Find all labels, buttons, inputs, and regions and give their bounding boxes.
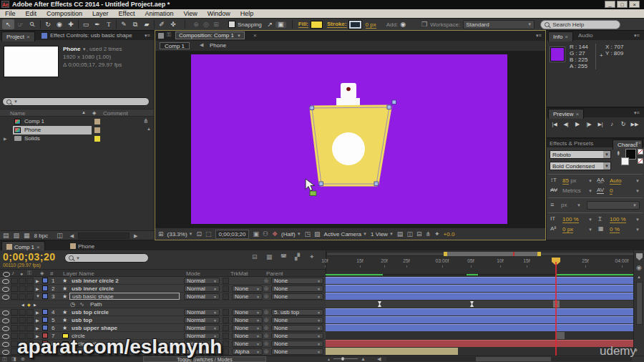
lock-cell[interactable]	[26, 317, 34, 323]
roto-brush-tool[interactable]: ✐	[156, 21, 167, 28]
rotation-tool[interactable]: ↻	[42, 21, 54, 28]
bpc-indicator[interactable]: 8 bpc	[34, 233, 49, 239]
layer-duration-bar[interactable]	[326, 348, 458, 355]
tracking-caret[interactable]: ▼	[635, 189, 640, 193]
trkmat-dropdown[interactable]: None▼	[232, 293, 263, 300]
lock-cell[interactable]	[26, 278, 34, 284]
audio-cell[interactable]	[11, 278, 18, 284]
comp-marker-bin-icon[interactable]	[636, 253, 643, 260]
solo-cell[interactable]	[19, 309, 26, 315]
last-frame-button[interactable]: ▶|	[595, 120, 605, 129]
font-size-caret[interactable]: ▼	[588, 179, 592, 183]
eye-icon[interactable]	[2, 326, 9, 331]
preserve-transparency-cell[interactable]	[223, 278, 229, 284]
magnification-dropdown[interactable]: (33.3%)▼	[167, 231, 193, 238]
panel-menu-icon[interactable]: ▾≡	[634, 110, 640, 116]
label-color-swatch[interactable]	[42, 317, 48, 323]
timeline-layer-row[interactable]: ▼ 3 ★usb basic shape Normal▼ None▼ ◎ Non…	[0, 293, 326, 300]
parent-pickwhip-icon[interactable]: ◎	[264, 293, 268, 299]
tab-effect-controls[interactable]: Effect Controls: usb basic shape	[50, 32, 142, 39]
workspace-dropdown[interactable]: Standard▼	[463, 20, 535, 29]
restore-button[interactable]: □	[617, 1, 628, 8]
lock-cell[interactable]	[26, 325, 34, 331]
parent-dropdown[interactable]: None▼	[271, 325, 323, 331]
timeline-layer-row[interactable]: ▶ 4 ★usb top circle Normal▼ None▼ ◎ 5. u…	[0, 308, 326, 316]
pen-tool[interactable]: ✒	[92, 21, 103, 28]
vertical-scale-caret[interactable]: ▼	[588, 217, 592, 222]
parent-pickwhip-icon[interactable]: ◎	[264, 285, 268, 291]
menu-file[interactable]: File	[0, 10, 21, 17]
expand-arrow-icon[interactable]: ▶	[4, 136, 7, 141]
fast-preview-icon[interactable]: ◫	[406, 231, 413, 238]
tracking-value[interactable]: 0	[610, 187, 613, 195]
preserve-transparency-cell[interactable]	[223, 293, 229, 300]
property-track[interactable]	[326, 300, 633, 308]
expand-properties-icon[interactable]: ◨	[11, 356, 16, 361]
no-stroke-swatch[interactable]	[638, 158, 643, 164]
audio-cell[interactable]	[11, 293, 18, 300]
solo-cell[interactable]	[19, 317, 26, 323]
col-mode[interactable]: Mode	[186, 270, 200, 277]
panel-menu-icon[interactable]: ▾≡	[145, 33, 150, 39]
layer-name[interactable]: usb inner circle 2	[72, 278, 119, 284]
camera-tool[interactable]: ◉	[54, 21, 65, 28]
scroll-up-icon[interactable]: ▲	[637, 275, 641, 279]
eye-icon[interactable]	[2, 342, 9, 347]
parent-dropdown[interactable]: None▼	[271, 285, 323, 292]
panel-menu-icon[interactable]: ▾≡	[635, 140, 641, 146]
font-size-value[interactable]: 85	[562, 177, 569, 185]
menu-view[interactable]: View	[178, 10, 202, 17]
sort-asc-icon[interactable]: ▲	[82, 110, 86, 114]
trkmat-dropdown[interactable]: None▼	[232, 341, 263, 347]
zoom-tool[interactable]: ⚲	[26, 18, 39, 31]
horizontal-scale-caret[interactable]: ▼	[635, 217, 640, 222]
keyframe-diamond-icon[interactable]: ◆	[27, 302, 31, 307]
fill-color-swatch[interactable]	[311, 21, 323, 29]
delete-icon[interactable]: ◫	[57, 233, 63, 239]
trkmat-dropdown[interactable]: None▼	[232, 285, 263, 292]
play-button[interactable]: ▶	[572, 120, 582, 129]
always-preview-icon[interactable]: ⊞	[158, 231, 164, 238]
mode-dropdown[interactable]: Normal▼	[184, 293, 220, 300]
eye-icon[interactable]	[2, 295, 9, 300]
flowchart-icon[interactable]: ⋔	[425, 231, 431, 238]
new-folder-icon[interactable]: ▧	[14, 233, 20, 239]
fill-label[interactable]: Fill:	[298, 21, 308, 28]
eye-icon[interactable]	[2, 318, 9, 323]
expand-arrow-icon[interactable]: ▶	[36, 326, 39, 331]
show-snapshot-icon[interactable]: ⚇	[263, 231, 268, 238]
eyedropper-icon[interactable]: ✒	[615, 151, 621, 157]
tab-audio[interactable]: Audio	[578, 32, 592, 39]
parent-pickwhip-icon[interactable]: ◎	[264, 278, 268, 283]
text-stroke-swatch[interactable]	[621, 157, 629, 165]
parent-dropdown[interactable]: None▼	[271, 348, 323, 355]
label-color-swatch[interactable]	[42, 285, 48, 291]
type-tool[interactable]: T	[103, 21, 114, 28]
preserve-transparency-cell[interactable]	[223, 309, 229, 315]
tab-effects-presets[interactable]: Effects & Presets	[550, 140, 593, 147]
camera-icon[interactable]: ◉	[636, 265, 642, 271]
eye-icon[interactable]	[2, 279, 9, 284]
close-tab-icon[interactable]: ×	[575, 111, 579, 117]
layer-duration-bar[interactable]	[326, 316, 633, 323]
next-frame-button[interactable]: |▶	[584, 120, 594, 129]
parent-dropdown[interactable]: None▼	[271, 293, 323, 300]
label-color-swatch[interactable]	[42, 293, 48, 299]
label-column-icon[interactable]: ◈	[40, 270, 44, 276]
playhead-line[interactable]	[555, 262, 557, 356]
expand-arrow-icon[interactable]: ▶	[36, 318, 39, 323]
preserve-transparency-cell[interactable]	[223, 348, 229, 355]
layer-duration-bar[interactable]	[326, 277, 633, 284]
lock-cell[interactable]	[26, 293, 34, 300]
baseline-shift-value[interactable]: 0 px	[562, 226, 573, 233]
audio-cell[interactable]	[11, 317, 18, 323]
mode-dropdown[interactable]: Normal▼	[184, 325, 220, 331]
eraser-tool[interactable]: ▰	[141, 21, 152, 28]
stroke-width-unit[interactable]: px	[561, 202, 567, 208]
menu-layer[interactable]: Layer	[87, 10, 114, 17]
stroke-width-caret[interactable]: ▼	[577, 203, 581, 207]
work-area-end-handle[interactable]	[537, 252, 541, 256]
tsume-value[interactable]: 0 %	[610, 226, 620, 233]
kerning-caret[interactable]: ▼	[588, 189, 592, 193]
menu-window[interactable]: Window	[203, 10, 235, 17]
